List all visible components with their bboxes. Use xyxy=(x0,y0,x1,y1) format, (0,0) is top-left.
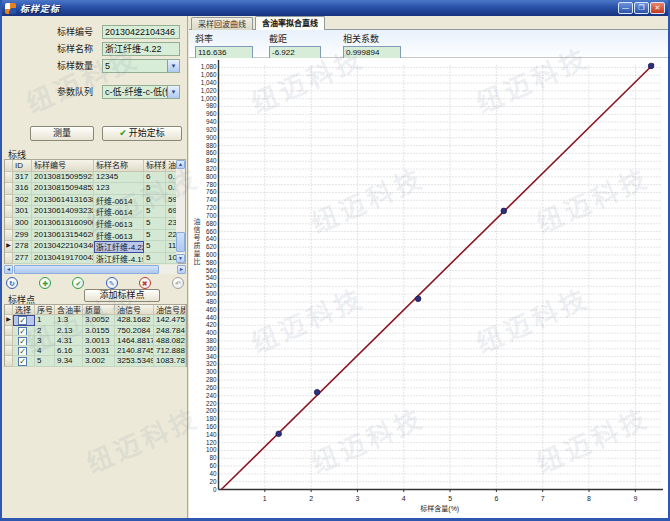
table-row-cell[interactable]: 12345 xyxy=(94,172,144,184)
table-row-cell[interactable]: 3.002 xyxy=(83,356,115,366)
column-header[interactable]: 油信号 xyxy=(115,305,154,315)
table-row-cell[interactable]: 6.16 xyxy=(55,346,83,356)
table-row-cell[interactable]: 4 xyxy=(35,346,55,356)
column-header[interactable]: 含油率 xyxy=(55,305,83,315)
navigator-delete-button[interactable]: ✖ xyxy=(139,277,151,289)
select-cell[interactable]: ✓ xyxy=(13,336,35,346)
table-row-cell[interactable]: 浙江纤维-4.19 xyxy=(94,253,144,265)
navigator-undo-button[interactable]: ↶ xyxy=(172,277,184,289)
navigator-confirm-button[interactable]: ✔ xyxy=(72,277,84,289)
table-row-cell[interactable]: 123 xyxy=(94,183,144,195)
row-checkbox[interactable]: ✓ xyxy=(18,347,27,356)
table-row-cell[interactable]: 5 xyxy=(144,253,166,265)
table-row-cell[interactable]: 1 xyxy=(35,315,55,325)
scroll-left-icon[interactable]: ◄ xyxy=(4,265,13,274)
chevron-down-icon[interactable]: ▼ xyxy=(167,60,179,72)
column-header[interactable]: 质量 xyxy=(83,305,115,315)
select-cell[interactable]: ✓ xyxy=(13,315,35,325)
chevron-down-icon[interactable]: ▼ xyxy=(167,86,179,98)
table-row-cell[interactable]: 20130613160900 xyxy=(32,218,94,230)
minimize-button[interactable]: — xyxy=(618,2,633,14)
table-row-cell[interactable]: 纤维-0613 xyxy=(94,218,144,230)
table-row-cell[interactable]: 20130614131638 xyxy=(32,195,94,207)
table-row-cell[interactable]: 278 xyxy=(13,241,32,253)
table-row-cell[interactable]: 300 xyxy=(13,218,32,230)
table-row-cell[interactable]: 299 xyxy=(13,230,32,242)
row-checkbox[interactable]: ✓ xyxy=(18,357,27,366)
table-row-cell[interactable]: 142.4758 xyxy=(154,315,186,325)
table-row-cell[interactable]: 3.0155 xyxy=(83,326,115,336)
table-row-cell[interactable]: 3 xyxy=(35,336,55,346)
table-row-cell[interactable]: 5 xyxy=(144,230,166,242)
table-row-cell[interactable]: 6 xyxy=(144,172,166,184)
sample-id-input[interactable]: 20130422104346 xyxy=(102,25,180,39)
table-row-cell[interactable]: 纤维-0614 xyxy=(94,206,144,218)
table-row-cell[interactable]: 428.1682 xyxy=(115,315,154,325)
table-row-cell[interactable]: 1.3 xyxy=(55,315,83,325)
table-row-cell[interactable]: 20130419170042 xyxy=(32,253,94,265)
table-row-cell[interactable]: 316 xyxy=(13,183,32,195)
lines-vertical-scrollbar[interactable]: ▲ ▼ xyxy=(176,160,185,263)
table-row-cell[interactable]: 5 xyxy=(144,183,166,195)
table-row-cell[interactable]: 488.0824 xyxy=(154,336,186,346)
table-row-cell[interactable]: 20130613154620 xyxy=(32,230,94,242)
table-row-cell[interactable]: 20130614093232 xyxy=(32,206,94,218)
table-row-cell[interactable]: 3.0052 xyxy=(83,315,115,325)
scroll-right-icon[interactable]: ► xyxy=(177,265,186,274)
table-row-cell[interactable]: 20130815095921 xyxy=(32,172,94,184)
table-row-cell[interactable]: 2140.8745 xyxy=(115,346,154,356)
start-calibration-button[interactable]: ✔开始定标 xyxy=(102,126,182,141)
table-row-cell[interactable]: 302 xyxy=(13,195,32,207)
scroll-down-icon[interactable]: ▼ xyxy=(176,254,185,263)
table-row-cell[interactable]: 6 xyxy=(144,195,166,207)
table-row-cell[interactable]: 3.0013 xyxy=(83,336,115,346)
select-cell[interactable]: ✓ xyxy=(13,356,35,366)
column-header[interactable]: ID xyxy=(13,160,32,172)
select-cell[interactable]: ✓ xyxy=(13,326,35,336)
column-header[interactable]: 标样编号 xyxy=(32,160,94,172)
measure-button[interactable]: 测量 xyxy=(30,126,94,141)
table-row-cell[interactable]: 750.2084 xyxy=(115,326,154,336)
table-row-cell[interactable]: 5 xyxy=(144,241,166,253)
table-row-cell[interactable]: 1464.8817 xyxy=(115,336,154,346)
column-header[interactable]: 油信号质量比 xyxy=(154,305,186,315)
sample-count-select[interactable]: 5 ▼ xyxy=(102,59,180,73)
column-header[interactable]: 序号 xyxy=(35,305,55,315)
column-header[interactable]: 选择 xyxy=(13,305,35,315)
table-row-cell[interactable]: 4.31 xyxy=(55,336,83,346)
table-row-cell[interactable]: 277 xyxy=(13,253,32,265)
table-row-cell[interactable]: 纤维-0614 xyxy=(94,195,144,207)
navigator-add-button[interactable]: ✚ xyxy=(39,277,51,289)
close-button[interactable]: ✕ xyxy=(650,2,665,14)
table-row-cell[interactable]: 3.0031 xyxy=(83,346,115,356)
lines-horizontal-scrollbar[interactable]: ◄ ► xyxy=(4,265,186,274)
table-row-cell[interactable]: 1083.7891 xyxy=(154,356,186,366)
tab-echo-curve[interactable]: 采样回波曲线 xyxy=(191,17,253,30)
table-row-cell[interactable]: 5 xyxy=(144,218,166,230)
table-row-cell[interactable]: 浙江纤维-4.22 xyxy=(94,241,144,253)
table-row-cell[interactable]: 712.8882 xyxy=(154,346,186,356)
scrollbar-thumb[interactable] xyxy=(14,265,159,274)
scroll-up-icon[interactable]: ▲ xyxy=(176,160,185,169)
table-row-cell[interactable]: 20130815094852 xyxy=(32,183,94,195)
table-row-cell[interactable]: 301 xyxy=(13,206,32,218)
table-row-cell[interactable]: 3253.5349 xyxy=(115,356,154,366)
table-row-cell[interactable]: 5 xyxy=(35,356,55,366)
table-row-cell[interactable]: 2.13 xyxy=(55,326,83,336)
select-cell[interactable]: ✓ xyxy=(13,346,35,356)
scrollbar-thumb[interactable] xyxy=(176,232,185,252)
maximize-button[interactable]: ❐ xyxy=(634,2,649,14)
sample-name-input[interactable]: 浙江纤维-4.22 xyxy=(102,42,180,56)
table-row-cell[interactable]: 317 xyxy=(13,172,32,184)
navigator-edit-button[interactable]: ✎ xyxy=(106,277,118,289)
table-row-cell[interactable]: 纤维-0613 xyxy=(94,230,144,242)
column-header[interactable]: 标样数量 xyxy=(144,160,166,172)
table-row-cell[interactable]: 5 xyxy=(144,206,166,218)
table-row-cell[interactable]: 9.34 xyxy=(55,356,83,366)
table-row-cell[interactable]: 248.7841 xyxy=(154,326,186,336)
add-point-button[interactable]: 添加标样点 xyxy=(84,289,160,302)
column-header[interactable]: 标样名称 xyxy=(94,160,144,172)
tab-oil-fit-line[interactable]: 含油率拟合直线 xyxy=(255,16,325,30)
table-row-cell[interactable]: 2 xyxy=(35,326,55,336)
navigator-refresh-button[interactable]: ↻ xyxy=(6,277,18,289)
